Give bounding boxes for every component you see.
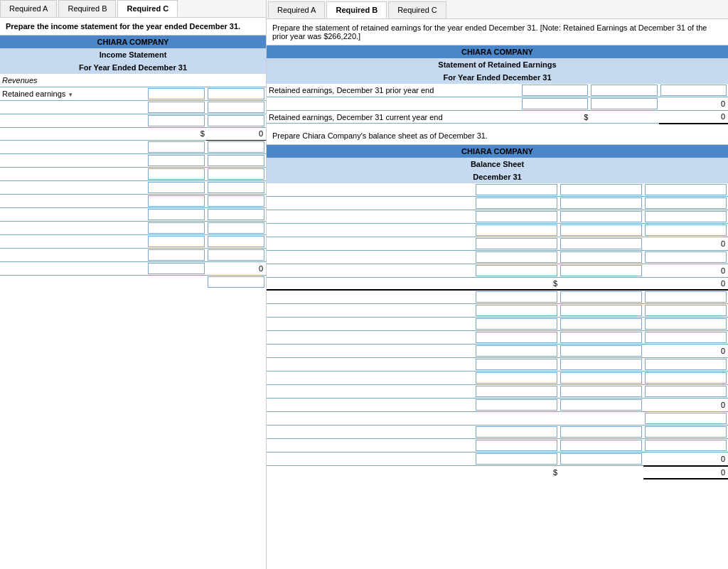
retained-earnings-input1[interactable] [148,88,205,99]
bs-liab-input-1b[interactable] [476,291,557,303]
bs-liab-input-4b[interactable] [476,332,557,343]
bs-eq-3d[interactable] [643,385,728,399]
bs-eq-3b[interactable] [474,385,559,399]
re-prior-input1[interactable] [520,84,589,97]
exp-row-10b[interactable] [146,261,206,275]
bs-liab-3b[interactable] [474,318,559,331]
exp-row-1b[interactable] [146,140,206,153]
net-income-input[interactable] [206,275,266,288]
bs-eq-3c[interactable] [559,385,643,399]
bs-asset-input-3b[interactable] [476,211,557,222]
bs-liab-1d[interactable] [643,290,728,304]
exp-input-5b[interactable] [148,195,205,207]
exp-input-8c[interactable] [208,236,264,247]
exp-input-7b[interactable] [148,222,205,234]
bs-eq-input-3d[interactable] [645,386,727,397]
right-tab-required-c[interactable]: Required C [388,1,446,18]
bs-asset-input-6c[interactable] [560,251,642,263]
bs-final-input-3c[interactable] [560,453,642,465]
bs-liab-input-3b[interactable] [476,318,557,330]
bs-liab-4d[interactable] [643,331,728,345]
input-1c[interactable] [208,102,264,113]
bs-final-input-2d[interactable] [645,440,727,451]
re-add-input1[interactable] [520,97,589,111]
re-prior-value1[interactable] [522,85,588,96]
exp-row-5c[interactable] [206,194,266,207]
bs-eq-1d[interactable] [643,358,728,372]
bs-final-3c[interactable] [559,453,643,466]
bs-asset-input-3d[interactable] [645,211,727,222]
bs-final-2d[interactable] [643,439,728,453]
right-tab-required-a[interactable]: Required A [268,1,325,18]
bs-asset-input-5c[interactable] [560,238,642,249]
bs-final-input-2b[interactable] [476,440,557,451]
exp-row-8b[interactable] [146,234,206,248]
bs-liab-input-3d[interactable] [645,318,727,330]
bs-liab-input-2d[interactable] [645,305,727,316]
bs-final-input-1b[interactable] [476,426,557,438]
bs-asset-3c[interactable] [559,210,643,223]
bs-asset-input-4d[interactable] [645,224,727,236]
exp-input-3b[interactable] [148,168,205,180]
bs-eq-input-2b[interactable] [476,372,557,384]
bs-asset-input-1c[interactable] [560,184,642,195]
bs-asset-1d[interactable] [643,183,728,197]
exp-input-10b[interactable] [148,263,205,274]
bs-liab-5c[interactable] [559,345,643,358]
exp-row-7b[interactable] [146,221,206,234]
bs-final-2c[interactable] [559,439,643,453]
retained-earnings-input2-cell[interactable] [206,87,266,100]
bs-liab-1b[interactable] [474,290,559,304]
left-tab-required-c[interactable]: Required C [117,0,178,17]
re-prior-input3[interactable] [659,84,728,97]
bs-asset-input-7b[interactable] [476,265,557,276]
bs-eq-input-3c[interactable] [560,386,642,397]
exp-input-6b[interactable] [148,209,205,220]
bs-total-le-input[interactable] [643,412,728,426]
empty-row-2b[interactable] [146,114,206,127]
bs-asset-7c[interactable] [559,264,643,277]
exp-input-2c[interactable] [208,155,264,166]
re-add-input2[interactable] [589,97,658,111]
exp-input-6c[interactable] [208,209,264,220]
re-prior-value3[interactable] [660,85,727,96]
bs-liab-3d[interactable] [643,318,728,331]
bs-asset-4d[interactable] [643,223,728,237]
right-tab-required-b[interactable]: Required B [326,1,387,18]
bs-final-1b[interactable] [474,426,559,439]
bs-asset-3d[interactable] [643,210,728,223]
retained-earnings-input1-cell[interactable] [146,87,206,100]
exp-row-8c[interactable] [206,234,266,248]
input-2b[interactable] [148,115,205,126]
bs-liab-input-2b[interactable] [476,305,557,316]
bs-liab-2b[interactable] [474,304,559,318]
exp-input-4c[interactable] [208,182,264,193]
bs-asset-input-4c[interactable] [560,224,642,236]
bs-liab-3c[interactable] [559,318,643,331]
bs-asset-input-1b[interactable] [476,184,557,195]
bs-liab-input-3c[interactable] [560,318,642,330]
bs-asset-6c[interactable] [559,250,643,264]
bs-asset-2d[interactable] [643,196,728,210]
empty-row-2c[interactable] [206,114,266,127]
exp-row-1c[interactable] [206,140,266,153]
bs-eq-2b[interactable] [474,372,559,385]
exp-row-5b[interactable] [146,194,206,207]
bs-liab-4b[interactable] [474,331,559,345]
bs-asset-input-6d[interactable] [645,251,727,263]
exp-row-2c[interactable] [206,153,266,167]
exp-input-8b[interactable] [148,236,205,247]
bs-liab-input-4c[interactable] [560,332,642,343]
bs-total-le-value[interactable] [645,413,727,424]
bs-liab-1c[interactable] [559,290,643,304]
bs-asset-7b[interactable] [474,264,559,277]
exp-row-7c[interactable] [206,221,266,234]
bs-asset-input-2b[interactable] [476,197,557,209]
bs-eq-input-4b[interactable] [476,399,557,411]
exp-input-5c[interactable] [208,195,264,207]
bs-asset-input-2c[interactable] [560,197,642,209]
bs-asset-5c[interactable] [559,237,643,250]
exp-input-1c[interactable] [208,141,264,153]
bs-eq-2c[interactable] [559,372,643,385]
exp-input-3c[interactable] [208,168,264,180]
